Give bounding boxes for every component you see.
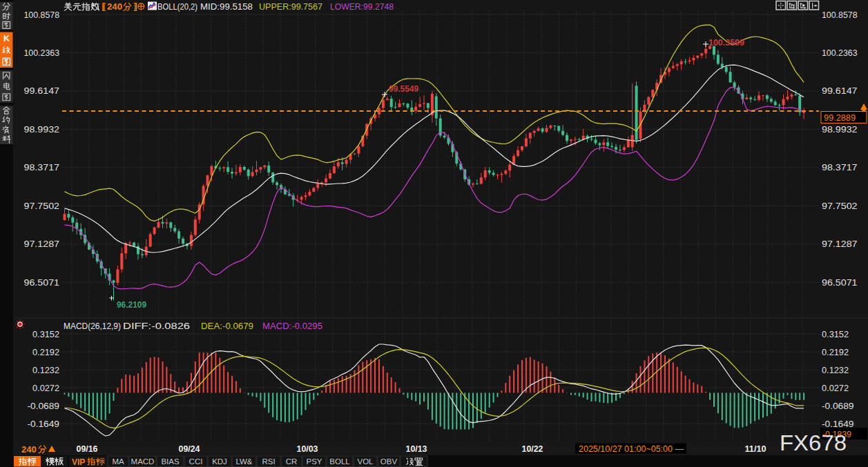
svg-text:100.2363: 100.2363 bbox=[24, 48, 60, 58]
svg-text:97.7502: 97.7502 bbox=[24, 201, 60, 211]
svg-text:BOLL: BOLL bbox=[329, 457, 350, 466]
svg-text:0.2192: 0.2192 bbox=[32, 347, 59, 357]
svg-text:100.3599: 100.3599 bbox=[708, 37, 744, 48]
svg-text:MACD(26,12,9): MACD(26,12,9) bbox=[64, 321, 121, 331]
svg-text:98.3717: 98.3717 bbox=[822, 162, 858, 172]
svg-text:0.3152: 0.3152 bbox=[822, 329, 849, 339]
svg-text:2025/10/27 01:00~05:00 —: 2025/10/27 01:00~05:00 — bbox=[579, 444, 684, 454]
svg-text:DEA:-0.0679: DEA:-0.0679 bbox=[201, 321, 253, 331]
svg-text:10/03: 10/03 bbox=[297, 444, 318, 454]
svg-text:10/22: 10/22 bbox=[522, 444, 543, 454]
svg-text:-0.1649: -0.1649 bbox=[28, 419, 60, 429]
svg-text:0.1232: 0.1232 bbox=[822, 365, 849, 375]
svg-text:99.2889: 99.2889 bbox=[824, 112, 856, 123]
svg-text:MACD:-0.0295: MACD:-0.0295 bbox=[262, 321, 322, 331]
svg-text:100.8578: 100.8578 bbox=[822, 10, 858, 20]
svg-text:FX678: FX678 bbox=[780, 430, 847, 455]
svg-text:09/16: 09/16 bbox=[77, 444, 98, 454]
svg-text:99.6147: 99.6147 bbox=[24, 86, 60, 96]
svg-text:98.9932: 98.9932 bbox=[822, 124, 858, 135]
svg-text:MID:99.5158: MID:99.5158 bbox=[200, 1, 253, 12]
svg-text:97.7502: 97.7502 bbox=[822, 201, 858, 211]
svg-text:K: K bbox=[3, 34, 10, 43]
svg-text:97.1287: 97.1287 bbox=[24, 239, 60, 249]
svg-text:-0.0689: -0.0689 bbox=[822, 401, 854, 411]
svg-text:98.9932: 98.9932 bbox=[24, 124, 60, 135]
svg-text:DIFF:-0.0826: DIFF:-0.0826 bbox=[123, 321, 190, 331]
svg-text:PSY: PSY bbox=[306, 457, 322, 466]
svg-text:99.5549: 99.5549 bbox=[389, 83, 418, 94]
svg-text:OBV: OBV bbox=[380, 457, 398, 466]
svg-text:BIAS: BIAS bbox=[161, 457, 180, 466]
svg-text:KDJ: KDJ bbox=[212, 457, 227, 466]
svg-text:0.0272: 0.0272 bbox=[32, 383, 59, 393]
svg-text:100.2363: 100.2363 bbox=[822, 48, 858, 58]
svg-text:240: 240 bbox=[107, 1, 122, 12]
svg-text:CCI: CCI bbox=[189, 457, 203, 466]
svg-text:RSI: RSI bbox=[262, 457, 275, 466]
svg-text:-0.0689: -0.0689 bbox=[28, 401, 60, 411]
svg-text:99.6147: 99.6147 bbox=[822, 86, 858, 96]
svg-text:MA: MA bbox=[112, 457, 124, 466]
svg-text:UPPER:99.7567: UPPER:99.7567 bbox=[259, 1, 322, 12]
svg-text:09/24: 09/24 bbox=[179, 444, 201, 454]
svg-text:-0.1649: -0.1649 bbox=[822, 419, 854, 429]
svg-text:100.8578: 100.8578 bbox=[24, 10, 60, 20]
svg-text:96.5071: 96.5071 bbox=[822, 277, 858, 288]
svg-text:0.3152: 0.3152 bbox=[32, 329, 59, 339]
svg-text:0.1232: 0.1232 bbox=[32, 365, 59, 375]
svg-text:97.1287: 97.1287 bbox=[822, 239, 858, 249]
svg-text:10/13: 10/13 bbox=[406, 444, 427, 454]
svg-text:96.2109: 96.2109 bbox=[117, 299, 146, 310]
svg-text:11/10: 11/10 bbox=[745, 444, 766, 454]
svg-text:96.5071: 96.5071 bbox=[24, 277, 60, 288]
svg-text:LOWER:99.2748: LOWER:99.2748 bbox=[330, 1, 394, 12]
svg-text:MACD: MACD bbox=[131, 457, 155, 466]
svg-text:CR: CR bbox=[286, 457, 298, 466]
svg-text:0.2192: 0.2192 bbox=[822, 347, 849, 357]
svg-text:98.3717: 98.3717 bbox=[24, 162, 60, 172]
svg-text:240: 240 bbox=[21, 444, 37, 455]
svg-text:VOL: VOL bbox=[357, 457, 374, 466]
svg-text:LW&: LW& bbox=[235, 457, 252, 466]
svg-text:0.0272: 0.0272 bbox=[822, 383, 849, 393]
svg-text:BOLL(20,2): BOLL(20,2) bbox=[157, 1, 197, 12]
svg-text:VIP: VIP bbox=[72, 457, 85, 467]
